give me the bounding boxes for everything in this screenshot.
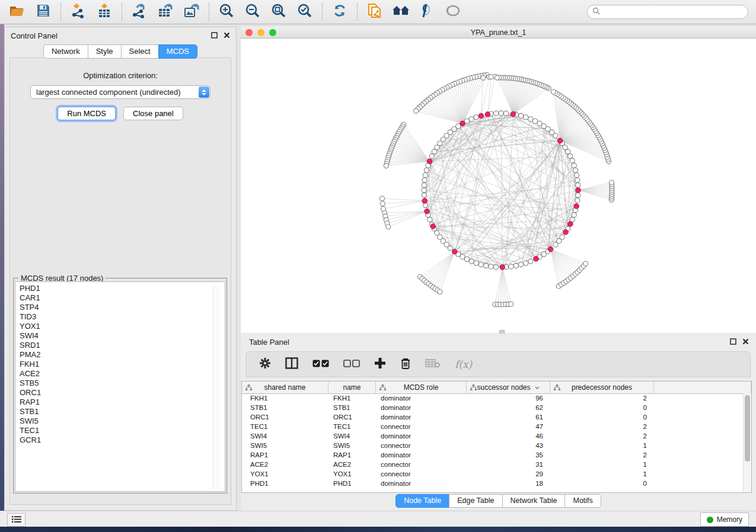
network-node[interactable]: [570, 158, 575, 163]
column-header-mcds-role[interactable]: MCDS role: [376, 382, 467, 393]
network-node[interactable]: [423, 173, 428, 178]
network-node[interactable]: [503, 111, 508, 116]
network-node[interactable]: [386, 225, 391, 229]
network-node[interactable]: [567, 153, 572, 158]
network-hub-node[interactable]: [430, 224, 436, 229]
network-node[interactable]: [422, 178, 427, 182]
network-hub-node[interactable]: [576, 188, 581, 193]
network-title-bar[interactable]: YPA_prune.txt_1: [241, 27, 756, 39]
network-node[interactable]: [379, 196, 384, 201]
tab-edge-table[interactable]: Edge Table: [449, 494, 502, 508]
tab-network[interactable]: Network: [43, 44, 88, 59]
network-node[interactable]: [495, 75, 499, 80]
network-node[interactable]: [610, 180, 614, 185]
list-item[interactable]: FKH1: [20, 360, 225, 369]
export-table-button[interactable]: [157, 4, 174, 20]
network-node[interactable]: [524, 261, 528, 265]
clone-network-button[interactable]: [366, 4, 383, 20]
table-row[interactable]: ACE2ACE2connector311: [242, 460, 744, 469]
network-node[interactable]: [576, 182, 580, 187]
table-row[interactable]: YOX1YOX1connector291: [242, 469, 744, 479]
show-columns-button[interactable]: [285, 357, 298, 372]
network-node[interactable]: [479, 262, 483, 267]
table-scrollbar[interactable]: [743, 393, 751, 492]
close-panel-button[interactable]: Close panel: [123, 107, 183, 120]
network-hub-node[interactable]: [534, 257, 539, 262]
network-hub-node[interactable]: [452, 249, 457, 255]
network-hub-node[interactable]: [460, 121, 465, 126]
network-node[interactable]: [572, 213, 576, 217]
list-item[interactable]: STB1: [20, 407, 225, 416]
network-node[interactable]: [464, 118, 469, 123]
list-item[interactable]: SRD1: [20, 341, 225, 350]
zoom-out-button[interactable]: [244, 4, 261, 20]
network-node[interactable]: [481, 75, 486, 80]
network-node[interactable]: [528, 117, 533, 121]
mcds-result-list[interactable]: PHD1CAR1STP4TID3YOX1SWI4SRD1PMA2FKH1ACE2…: [15, 281, 225, 492]
table-scrollbar-thumb[interactable]: [745, 395, 750, 462]
network-node[interactable]: [560, 235, 564, 239]
network-node[interactable]: [572, 163, 576, 168]
delete-rows-button[interactable]: [400, 357, 411, 372]
network-node[interactable]: [489, 264, 493, 269]
import-table-button[interactable]: [96, 4, 113, 20]
task-history-button[interactable]: [7, 513, 25, 527]
network-hub-node[interactable]: [479, 113, 484, 118]
network-node[interactable]: [551, 89, 556, 94]
table-row[interactable]: ORC1ORC1dominator610: [242, 412, 744, 422]
network-hub-node[interactable]: [500, 265, 505, 270]
save-session-button[interactable]: [35, 4, 52, 20]
list-item[interactable]: TEC1: [20, 426, 225, 435]
criterion-select[interactable]: largest connected component (undirected): [30, 85, 210, 99]
function-builder-button[interactable]: f(x): [455, 357, 472, 372]
network-node[interactable]: [509, 264, 513, 269]
network-node[interactable]: [493, 111, 498, 116]
list-item[interactable]: GCR1: [20, 435, 225, 445]
float-panel-icon[interactable]: [211, 31, 218, 40]
tab-style[interactable]: Style: [88, 44, 122, 59]
table-row[interactable]: PHD1PHD1dominator180: [242, 479, 744, 488]
import-network-button[interactable]: [70, 4, 87, 20]
list-item[interactable]: PHD1: [20, 284, 225, 293]
zoom-fit-button[interactable]: [270, 4, 287, 20]
network-node[interactable]: [474, 261, 479, 265]
network-node[interactable]: [448, 246, 452, 251]
network-hub-node[interactable]: [568, 222, 573, 227]
list-item[interactable]: PMA2: [20, 350, 225, 360]
search-input[interactable]: [603, 7, 748, 17]
zoom-in-button[interactable]: [218, 4, 235, 20]
network-node[interactable]: [509, 302, 513, 306]
network-node[interactable]: [574, 173, 579, 178]
export-image-button[interactable]: [183, 4, 200, 20]
table-row[interactable]: SWI5SWI5connector431: [242, 441, 744, 450]
list-item[interactable]: ACE2: [20, 369, 225, 379]
network-node[interactable]: [576, 193, 580, 197]
delete-table-button[interactable]: [425, 357, 441, 372]
network-canvas[interactable]: [241, 39, 756, 333]
memory-button[interactable]: Memory: [700, 512, 749, 527]
tab-node-table[interactable]: Node Table: [395, 494, 449, 508]
network-node[interactable]: [532, 118, 537, 123]
column-header-successor-nodes[interactable]: successor nodes: [467, 382, 550, 393]
column-header-predecessor-nodes[interactable]: predecessor nodes: [550, 382, 654, 393]
minimize-window-light[interactable]: [257, 29, 264, 36]
network-hub-node[interactable]: [548, 246, 553, 252]
list-item[interactable]: CAR1: [20, 293, 225, 303]
search-box[interactable]: [587, 5, 748, 19]
network-node[interactable]: [519, 113, 524, 118]
list-item[interactable]: STP4: [20, 303, 225, 312]
first-neighbors-button[interactable]: [393, 4, 409, 20]
table-row[interactable]: FKH1FKH1dominator962: [242, 393, 744, 403]
network-hub-node[interactable]: [563, 230, 569, 235]
network-nodes-layer[interactable]: [379, 72, 614, 307]
network-node[interactable]: [524, 115, 528, 120]
close-window-light[interactable]: [245, 29, 253, 36]
network-hub-node[interactable]: [427, 159, 432, 164]
tab-motifs[interactable]: Motifs: [564, 494, 601, 508]
float-panel-icon[interactable]: [730, 338, 736, 347]
network-node[interactable]: [537, 121, 542, 126]
network-node[interactable]: [474, 115, 479, 120]
table-row[interactable]: TEC1TEC1connector472: [242, 422, 744, 431]
network-node[interactable]: [428, 217, 432, 222]
network-node[interactable]: [519, 262, 524, 267]
